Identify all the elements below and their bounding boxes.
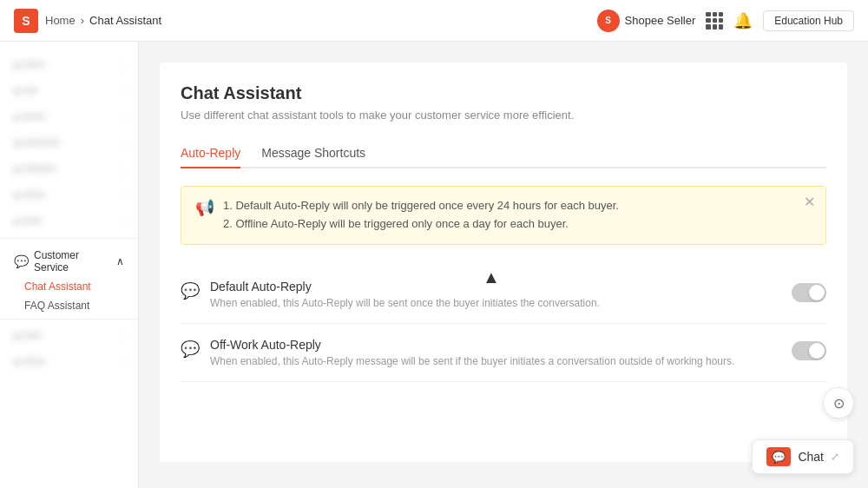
default-auto-reply-toggle[interactable] xyxy=(792,283,826,302)
chat-expand-icon: ⤢ xyxy=(831,451,839,463)
page-title: Chat Assistant xyxy=(181,83,826,103)
alert-icon: 📢 xyxy=(195,198,214,217)
chat-icon: 💬 xyxy=(181,281,200,300)
default-auto-reply-info: Default Auto-Reply When enabled, this Au… xyxy=(210,280,781,309)
sidebar: ● •••••• › ● •••• › ● •••••• › ● •••••••… xyxy=(0,42,139,488)
alert-line-2: 2. Offline Auto-Reply will be triggered … xyxy=(223,215,812,234)
header-left: S Home › Chat Assistant xyxy=(14,9,597,33)
education-hub-button[interactable]: Education Hub xyxy=(763,10,854,31)
tabs-container: Auto-Reply Message Shortcuts xyxy=(181,139,826,168)
seller-icon: S xyxy=(597,10,620,32)
off-work-auto-reply-title: Off-Work Auto-Reply xyxy=(210,338,781,352)
breadcrumb: Home › Chat Assistant xyxy=(45,14,161,27)
breadcrumb-separator: › xyxy=(81,14,84,27)
default-auto-reply-title: Default Auto-Reply xyxy=(210,280,781,293)
sidebar-item-chat-assistant[interactable]: Chat Assistant xyxy=(0,277,138,296)
chat-fab-icon: 💬 xyxy=(766,447,791,466)
off-work-auto-reply-desc: When enabled, this Auto-Reply message wi… xyxy=(210,355,781,367)
sidebar-item-faq-assistant[interactable]: FAQ Assistant xyxy=(0,296,138,315)
sidebar-item-2[interactable]: ● •••• › xyxy=(0,78,138,104)
sidebar-item-4[interactable]: ● •••••••••• › xyxy=(0,130,138,156)
content-card: Chat Assistant Use different chat assist… xyxy=(160,63,847,462)
tab-auto-reply[interactable]: Auto-Reply xyxy=(181,139,240,168)
notification-bell-icon[interactable]: 🔔 xyxy=(733,11,753,30)
top-header: S Home › Chat Assistant S Shopee Seller … xyxy=(0,0,868,42)
sidebar-item-7[interactable]: ● ••••• › xyxy=(0,208,138,234)
main-content: Chat Assistant Use different chat assist… xyxy=(139,42,868,488)
off-work-auto-reply-info: Off-Work Auto-Reply When enabled, this A… xyxy=(210,338,781,367)
default-auto-reply-item: 💬 Default Auto-Reply When enabled, this … xyxy=(181,266,826,324)
breadcrumb-home[interactable]: Home xyxy=(45,14,76,27)
chat-fab-button[interactable]: 💬 Chat ⤢ xyxy=(752,439,854,474)
sidebar-customer-service-section[interactable]: 💬 Customer Service ∧ xyxy=(0,242,138,277)
breadcrumb-current: Chat Assistant xyxy=(89,14,161,27)
alert-line-1: 1. Default Auto-Reply will only be trigg… xyxy=(223,197,812,215)
alert-content: 1. Default Auto-Reply will only be trigg… xyxy=(223,197,812,234)
sidebar-item-6[interactable]: ● •••••• › xyxy=(0,182,138,208)
header-right: S Shopee Seller 🔔 Education Hub xyxy=(597,10,854,32)
chat-fab-label: Chat xyxy=(798,450,824,464)
customer-service-label: Customer Service xyxy=(34,249,116,274)
shopee-logo: S xyxy=(14,9,38,33)
sidebar-item-3[interactable]: ● •••••• › xyxy=(0,104,138,130)
customer-service-icon: 💬 xyxy=(14,254,29,268)
sidebar-divider xyxy=(0,238,138,239)
sidebar-item-9[interactable]: ● •••••• › xyxy=(0,349,138,375)
off-work-auto-reply-toggle[interactable] xyxy=(792,341,826,360)
tab-message-shortcuts[interactable]: Message Shortcuts xyxy=(261,139,365,168)
page-subtitle: Use different chat assistant tools to ma… xyxy=(181,109,826,122)
help-button[interactable]: ⊙ xyxy=(823,387,854,419)
alert-close-button[interactable]: ✕ xyxy=(804,195,815,209)
chat-2-icon: 💬 xyxy=(181,340,200,359)
default-auto-reply-desc: When enabled, this Auto-Reply will be se… xyxy=(210,297,781,309)
sidebar-item-8[interactable]: ● ••••• › xyxy=(0,323,138,349)
off-work-auto-reply-item: 💬 Off-Work Auto-Reply When enabled, this… xyxy=(181,324,826,382)
sidebar-divider-2 xyxy=(0,319,138,320)
alert-box: 📢 1. Default Auto-Reply will only be tri… xyxy=(181,186,826,245)
sidebar-item-1[interactable]: ● •••••• › xyxy=(0,52,138,78)
sidebar-item-5[interactable]: ● ••••••••• › xyxy=(0,156,138,182)
seller-name: Shopee Seller xyxy=(625,14,696,27)
apps-grid-icon[interactable] xyxy=(706,12,723,30)
seller-badge: S Shopee Seller xyxy=(597,10,696,32)
help-icon: ⊙ xyxy=(833,395,845,412)
layout: ● •••••• › ● •••• › ● •••••• › ● •••••••… xyxy=(0,42,868,488)
